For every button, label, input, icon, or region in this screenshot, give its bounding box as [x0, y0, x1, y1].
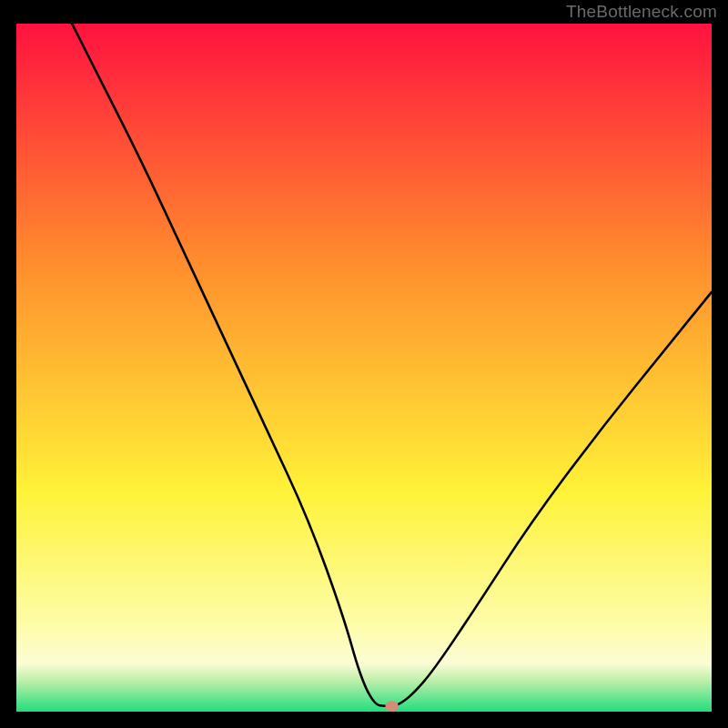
curve-layer: [16, 24, 712, 712]
bottleneck-curve: [72, 24, 712, 706]
plot-area: [15, 22, 713, 713]
optimal-point-marker: [385, 701, 399, 711]
chart-container: TheBottleneck.com: [0, 0, 728, 728]
watermark-text: TheBottleneck.com: [566, 2, 717, 22]
